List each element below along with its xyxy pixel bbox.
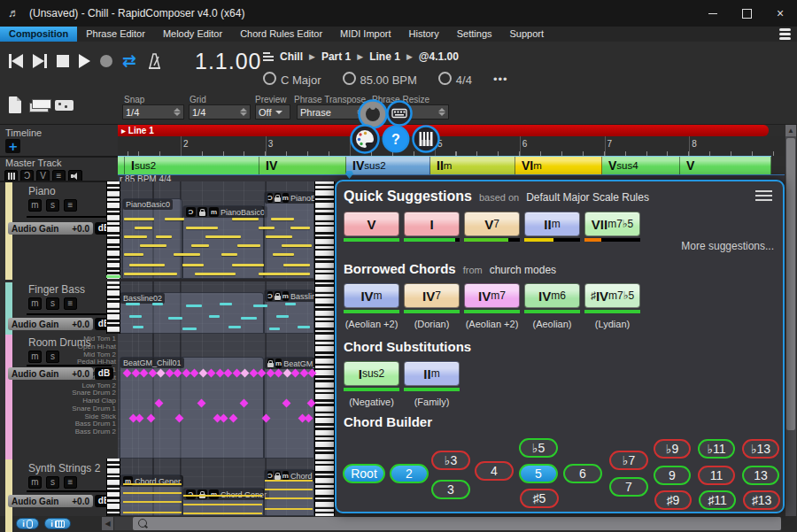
menu-item-phrase-editor[interactable]: Phrase Editor bbox=[77, 27, 154, 42]
chord-segment-v[interactable]: V bbox=[680, 157, 771, 174]
phrase-label[interactable]: mChord Gener bbox=[120, 475, 183, 487]
horizontal-scroll-thumb[interactable] bbox=[133, 517, 781, 530]
menu-item-support[interactable]: Support bbox=[501, 27, 553, 42]
stop-button[interactable] bbox=[57, 51, 69, 71]
lock-icon[interactable] bbox=[197, 207, 207, 217]
close-button[interactable]: × bbox=[763, 0, 797, 27]
m-icon[interactable]: m bbox=[282, 291, 289, 301]
help-button[interactable]: ? bbox=[382, 125, 410, 157]
lock-icon[interactable] bbox=[267, 359, 274, 368]
grid-select[interactable]: 1/4 bbox=[189, 104, 251, 120]
line-bar[interactable]: ▸ Line 1 bbox=[118, 125, 769, 136]
skip-to-end-button[interactable] bbox=[33, 51, 47, 71]
lock-icon[interactable] bbox=[275, 291, 281, 301]
metronome-icon[interactable] bbox=[146, 51, 162, 71]
builder-3[interactable]: ♭3 bbox=[431, 451, 470, 470]
builder-5[interactable]: 5 bbox=[519, 464, 558, 483]
builder-13[interactable]: 13 bbox=[742, 466, 779, 485]
chord-chip-ivm[interactable]: IVm bbox=[344, 283, 399, 313]
more-options-button[interactable]: ••• bbox=[493, 73, 508, 86]
track-menu-button[interactable]: ≡ bbox=[64, 476, 77, 489]
track-menu-button[interactable]: ≡ bbox=[64, 199, 77, 212]
phrase-label[interactable]: ƆmBassline0 bbox=[265, 290, 319, 302]
phrase-transpose-select[interactable]: Phrase bbox=[297, 104, 368, 120]
mute-button[interactable]: m bbox=[28, 199, 42, 212]
m-icon[interactable]: m bbox=[209, 207, 219, 217]
layers-menu-icon[interactable] bbox=[779, 27, 791, 42]
solo-button[interactable]: s bbox=[46, 476, 59, 489]
solo-button[interactable]: s bbox=[46, 199, 59, 212]
audio-gain-slider[interactable]: Audio Gain+0.0 bbox=[8, 318, 93, 330]
breadcrumb-line-1[interactable]: Line 1 bbox=[369, 50, 400, 63]
mute-button[interactable]: m bbox=[28, 476, 42, 489]
builder-5[interactable]: ♭5 bbox=[519, 438, 558, 458]
chord-chip-iim[interactable]: IIm bbox=[404, 361, 460, 391]
solo-button[interactable]: s bbox=[46, 297, 59, 310]
builder-13[interactable]: ♭13 bbox=[742, 439, 779, 459]
breadcrumb-chill[interactable]: Chill bbox=[280, 50, 303, 63]
key-selector[interactable]: C Major bbox=[263, 72, 321, 87]
vertical-scrollbar[interactable]: ▲ bbox=[785, 125, 796, 516]
chord-segment-ivsus2[interactable]: IVsus2 bbox=[346, 157, 430, 174]
builder-11[interactable]: ♭11 bbox=[698, 439, 735, 459]
builder-9[interactable]: ♯9 bbox=[654, 490, 692, 510]
scroll-left-icon[interactable]: ◀ bbox=[102, 517, 113, 530]
builder-7[interactable]: 7 bbox=[609, 477, 648, 497]
chord-segment-isus2[interactable]: Isus2 bbox=[125, 157, 259, 174]
more-suggestions-link[interactable]: More suggestions... bbox=[681, 240, 774, 252]
audio-gain-slider[interactable]: Audio Gain+0.0 bbox=[8, 495, 93, 507]
menu-item-settings[interactable]: Settings bbox=[448, 27, 501, 42]
phrase-label[interactable]: BeatGM_Chill01 bbox=[120, 358, 184, 368]
play-button[interactable] bbox=[79, 51, 90, 71]
builder-11[interactable]: 11 bbox=[698, 466, 735, 485]
new-phrase-icon[interactable] bbox=[9, 96, 21, 113]
phrase-browser-icon[interactable] bbox=[55, 100, 74, 111]
chord-chip-v7[interactable]: V7 bbox=[464, 212, 520, 242]
record-button[interactable] bbox=[100, 51, 112, 71]
chord-chip-iim[interactable]: IIm bbox=[524, 212, 580, 242]
chord-chip-ivm6[interactable]: IVm6 bbox=[524, 283, 580, 313]
builder-7[interactable]: ♭7 bbox=[609, 451, 648, 470]
phrase-block[interactable] bbox=[122, 198, 182, 279]
builder-2[interactable]: 2 bbox=[390, 464, 429, 483]
builder-4[interactable]: 4 bbox=[475, 461, 514, 481]
meter-selector[interactable]: 4/4 bbox=[438, 72, 472, 87]
minimize-button[interactable] bbox=[696, 0, 730, 27]
chord-chip-viim7-5[interactable]: VIIm7♭5 bbox=[584, 212, 640, 242]
loop-icon[interactable]: Ɔ bbox=[186, 207, 196, 217]
builder-root[interactable]: Root bbox=[343, 464, 385, 483]
snap-select[interactable]: 1/4 bbox=[122, 104, 184, 120]
add-timeline-button[interactable]: ＋ bbox=[5, 139, 20, 153]
chord-segment-iim[interactable]: IIm bbox=[430, 157, 515, 174]
track-menu-button[interactable]: ≡ bbox=[64, 297, 77, 310]
chord-segment-iv[interactable]: IV bbox=[259, 157, 346, 174]
phrase-label[interactable]: PianoBasic0 bbox=[123, 199, 173, 210]
loop-icon[interactable]: Ɔ bbox=[267, 291, 273, 301]
lock-icon[interactable] bbox=[275, 193, 281, 203]
builder-3[interactable]: 3 bbox=[431, 480, 470, 499]
m-icon[interactable]: m bbox=[275, 359, 282, 368]
builder-5[interactable]: ♯5 bbox=[520, 489, 559, 508]
chord-segment-x7[interactable]: 7 bbox=[118, 157, 125, 174]
builder-9[interactable]: ♭9 bbox=[654, 439, 691, 459]
timeline-ruler[interactable]: 2345678 bbox=[118, 136, 785, 156]
chord-chip-ivm7[interactable]: IVm7 bbox=[464, 283, 520, 313]
maximize-button[interactable] bbox=[730, 0, 763, 27]
chord-chip-iv7[interactable]: IV7 bbox=[404, 283, 460, 313]
chord-chip-v[interactable]: V bbox=[344, 212, 399, 242]
breadcrumb-4-1-00[interactable]: @4.1.00 bbox=[419, 50, 459, 63]
scale-rules-value[interactable]: Default Major Scale Rules bbox=[526, 191, 649, 204]
phrase-label[interactable]: ƆmPianoBasic0 bbox=[265, 192, 319, 204]
menu-item-composition[interactable]: Composition bbox=[0, 27, 77, 42]
preview-select[interactable]: Off bbox=[255, 104, 290, 120]
chord-segment-vim[interactable]: VIm bbox=[515, 157, 602, 174]
vertical-scroll-thumb[interactable] bbox=[786, 138, 795, 430]
builder-6[interactable]: 6 bbox=[563, 464, 602, 483]
scroll-up-icon[interactable]: ▲ bbox=[785, 125, 796, 136]
breadcrumb-part-1[interactable]: Part 1 bbox=[321, 50, 351, 63]
palette-button[interactable] bbox=[350, 124, 380, 158]
loop-button[interactable]: ⇄ bbox=[122, 51, 136, 71]
db-unit-button[interactable]: dB bbox=[95, 367, 113, 380]
builder-11[interactable]: ♯11 bbox=[699, 490, 736, 510]
mute-button[interactable]: m bbox=[28, 297, 42, 310]
